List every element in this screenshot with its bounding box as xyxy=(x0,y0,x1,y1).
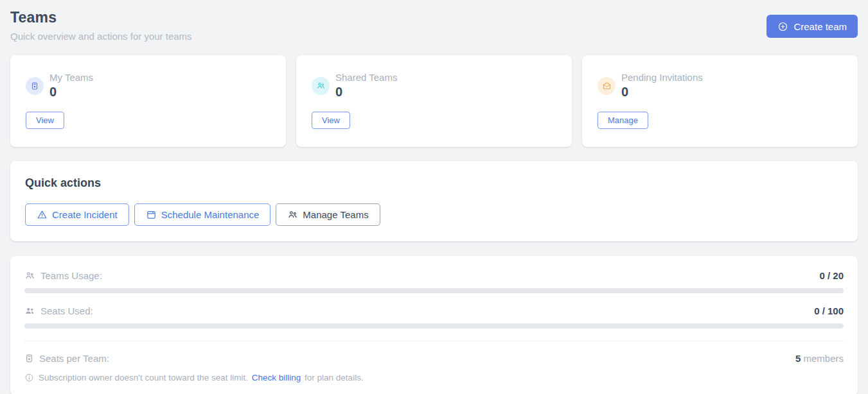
my-teams-view-button[interactable]: View xyxy=(26,112,64,129)
people-outline-icon xyxy=(24,270,35,281)
manage-teams-label: Manage Teams xyxy=(303,209,368,220)
people-filled-icon xyxy=(24,305,35,316)
teams-usage-progressbar xyxy=(24,288,844,293)
page-title: Teams xyxy=(10,9,192,26)
usage-card: Teams Usage: 0 / 20 Seats Used: 0 / 100 xyxy=(10,256,858,394)
seats-per-team-label: Seats per Team: xyxy=(39,353,109,364)
seats-used-label: Seats Used: xyxy=(40,305,93,316)
seat-limit-note-text: Subscription owner doesn't count toward … xyxy=(39,373,364,382)
schedule-maintenance-label: Schedule Maintenance xyxy=(161,209,260,220)
info-icon xyxy=(24,373,34,382)
shared-teams-texts: Shared Teams 0 xyxy=(335,72,397,99)
pending-invitations-card: Pending Invitations 0 Manage xyxy=(582,55,858,147)
pending-invitations-label: Pending Invitations xyxy=(621,72,703,83)
create-incident-button[interactable]: Create Incident xyxy=(25,203,129,226)
page-subtitle: Quick overview and actions for your team… xyxy=(10,31,192,42)
id-badge-icon xyxy=(26,77,44,95)
plus-circle-icon xyxy=(777,21,788,32)
teams-usage-value: 0 / 20 xyxy=(819,270,844,281)
my-teams-texts: My Teams 0 xyxy=(49,72,93,99)
people-icon xyxy=(287,209,298,220)
manage-teams-button[interactable]: Manage Teams xyxy=(276,203,380,226)
quick-actions-buttons: Create Incident Schedule Maintenance Man… xyxy=(25,203,843,226)
pending-invitations-texts: Pending Invitations 0 xyxy=(621,72,703,99)
teams-page: Teams Quick overview and actions for you… xyxy=(0,0,868,394)
shared-teams-card-top: Shared Teams 0 xyxy=(312,72,556,99)
teams-usage-left: Teams Usage: xyxy=(24,270,102,281)
teams-usage-label: Teams Usage: xyxy=(40,270,102,281)
seats-per-team-value: 5 members xyxy=(795,353,844,364)
quick-actions-title: Quick actions xyxy=(25,176,843,190)
page-header-text: Teams Quick overview and actions for you… xyxy=(10,9,192,42)
create-team-button[interactable]: Create team xyxy=(766,15,858,38)
pending-invitations-count: 0 xyxy=(621,85,703,99)
stat-cards-row: My Teams 0 View Shared Teams 0 View xyxy=(10,55,858,147)
shared-teams-label: Shared Teams xyxy=(335,72,397,83)
note-text-after: for plan details. xyxy=(305,373,364,382)
note-text-before: Subscription owner doesn't count toward … xyxy=(39,373,248,382)
seats-used-left: Seats Used: xyxy=(24,305,93,316)
create-team-button-label: Create team xyxy=(793,21,847,32)
usage-divider xyxy=(24,341,844,341)
seats-per-team-row: Seats per Team: 5 members xyxy=(24,353,844,364)
pending-invitations-card-top: Pending Invitations 0 xyxy=(598,72,842,99)
shared-teams-count: 0 xyxy=(335,85,397,99)
seats-used-progressbar xyxy=(24,323,844,329)
check-billing-link[interactable]: Check billing xyxy=(252,373,301,382)
seats-used-row: Seats Used: 0 / 100 xyxy=(24,305,844,316)
calendar-icon xyxy=(146,209,157,220)
my-teams-card-top: My Teams 0 xyxy=(26,72,270,99)
people-icon xyxy=(312,77,330,95)
id-badge-icon xyxy=(24,354,34,363)
teams-usage-row: Teams Usage: 0 / 20 xyxy=(24,270,844,281)
seats-used-value: 0 / 100 xyxy=(814,305,844,316)
schedule-maintenance-button[interactable]: Schedule Maintenance xyxy=(134,203,271,226)
shared-teams-view-button[interactable]: View xyxy=(312,112,350,129)
page-header: Teams Quick overview and actions for you… xyxy=(10,9,858,42)
shared-teams-card: Shared Teams 0 View xyxy=(296,55,572,147)
seat-limit-note: Subscription owner doesn't count toward … xyxy=(24,373,844,382)
my-teams-card: My Teams 0 View xyxy=(10,55,286,147)
warning-triangle-icon xyxy=(37,209,48,220)
my-teams-count: 0 xyxy=(49,85,93,99)
quick-actions-card: Quick actions Create Incident Schedule M… xyxy=(10,161,858,241)
seats-per-team-number: 5 xyxy=(795,353,801,364)
seats-per-team-suffix: members xyxy=(803,353,844,364)
mail-open-icon xyxy=(598,77,616,95)
seats-per-team-left: Seats per Team: xyxy=(24,353,109,364)
pending-invitations-manage-button[interactable]: Manage xyxy=(598,112,648,129)
my-teams-label: My Teams xyxy=(49,72,93,83)
create-incident-label: Create Incident xyxy=(52,209,118,220)
